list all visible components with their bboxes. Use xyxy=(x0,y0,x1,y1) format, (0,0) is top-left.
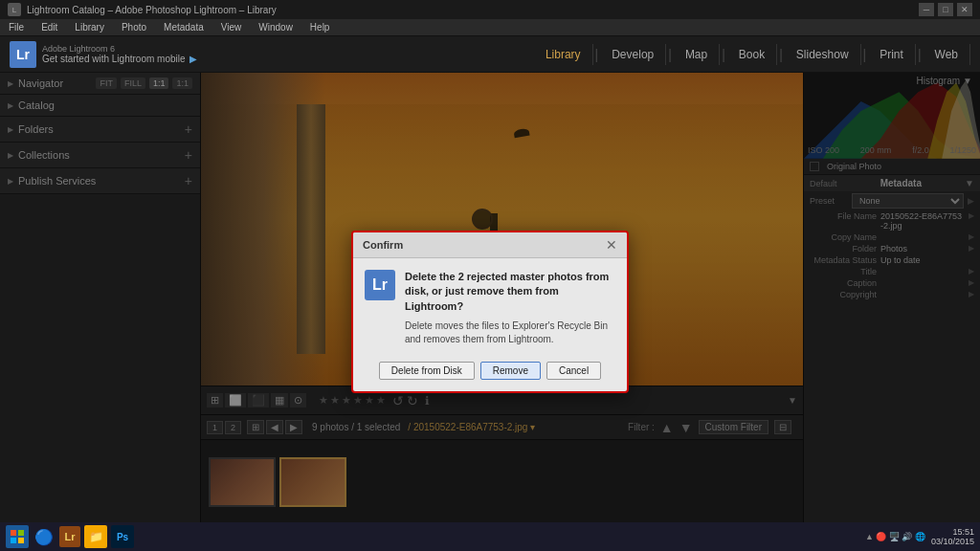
lr-logo: Lr Adobe Lightroom 6 Get started with Li… xyxy=(10,41,197,68)
tab-map[interactable]: Map xyxy=(674,44,720,65)
nav-tabs: Library | Develop | Map | Book | Slidesh… xyxy=(534,44,970,65)
tab-print[interactable]: Print xyxy=(868,44,916,65)
restore-button[interactable]: □ xyxy=(938,3,953,16)
tab-library[interactable]: Library xyxy=(534,44,593,65)
taskbar-apps: 🔵 Lr 📁 Ps xyxy=(6,525,134,548)
photoshop-icon[interactable]: Ps xyxy=(111,525,134,548)
tagline[interactable]: Get started with Lightroom mobile ▶ xyxy=(42,54,197,64)
start-button[interactable] xyxy=(6,525,29,548)
menu-edit[interactable]: Edit xyxy=(38,22,60,33)
dialog-lr-icon: Lr xyxy=(365,270,395,300)
app-header: Lr Adobe Lightroom 6 Get started with Li… xyxy=(0,36,980,73)
time: 15:51 xyxy=(952,527,974,537)
menu-file[interactable]: File xyxy=(6,22,27,33)
cancel-button[interactable]: Cancel xyxy=(546,362,601,380)
tab-book[interactable]: Book xyxy=(727,44,777,65)
dialog-sub-text: Delete moves the files to Explorer's Rec… xyxy=(405,320,615,346)
window-title: Lightroom Catalog – Adobe Photoshop Ligh… xyxy=(27,5,277,15)
svg-rect-5 xyxy=(11,530,16,536)
minimize-button[interactable]: ─ xyxy=(919,3,934,16)
taskbar-system: ▲ 🔴 🖥️ 🔊 🌐 15:51 03/10/2015 xyxy=(865,527,974,546)
dialog-title: Confirm xyxy=(363,239,403,251)
menu-window[interactable]: Window xyxy=(256,22,296,33)
taskbar: 🔵 Lr 📁 Ps ▲ 🔴 🖥️ 🔊 🌐 15:51 03/10/2015 xyxy=(0,522,980,551)
tab-slideshow[interactable]: Slideshow xyxy=(785,44,861,65)
delete-from-disk-button[interactable]: Delete from Disk xyxy=(379,362,475,380)
menu-metadata[interactable]: Metadata xyxy=(161,22,207,33)
menu-bar: File Edit Library Photo Metadata View Wi… xyxy=(0,19,980,36)
app-icon: L xyxy=(8,3,21,16)
tab-develop[interactable]: Develop xyxy=(600,44,666,65)
tagline-arrow: ▶ xyxy=(189,54,197,64)
chrome-icon[interactable]: 🔵 xyxy=(33,525,56,548)
dialog-title-bar: Confirm ✕ xyxy=(353,232,627,258)
title-bar: L Lightroom Catalog – Adobe Photoshop Li… xyxy=(0,0,980,19)
dialog-main-text: Delete the 2 rejected master photos from… xyxy=(405,270,615,314)
close-button[interactable]: ✕ xyxy=(957,3,972,16)
windows-icon xyxy=(11,530,24,543)
explorer-icon[interactable]: 📁 xyxy=(84,525,107,548)
clock: 15:51 03/10/2015 xyxy=(931,527,974,546)
system-tray: ▲ 🔴 🖥️ 🔊 🌐 xyxy=(865,532,925,541)
app-branding: Adobe Lightroom 6 Get started with Light… xyxy=(42,44,197,64)
window-controls[interactable]: ─ □ ✕ xyxy=(919,3,972,16)
tab-web[interactable]: Web xyxy=(924,44,970,65)
lightroom-taskbar-icon[interactable]: Lr xyxy=(59,526,80,547)
menu-help[interactable]: Help xyxy=(307,22,333,33)
menu-library[interactable]: Library xyxy=(72,22,107,33)
svg-rect-8 xyxy=(18,538,24,543)
dialog-close-button[interactable]: ✕ xyxy=(606,238,617,252)
confirm-dialog: Confirm ✕ Lr Delete the 2 rejected maste… xyxy=(351,231,629,393)
lr-logo-icon: Lr xyxy=(10,41,36,68)
dialog-body: Lr Delete the 2 rejected master photos f… xyxy=(353,258,627,354)
menu-view[interactable]: View xyxy=(218,22,245,33)
svg-rect-6 xyxy=(18,530,24,536)
app-name: Adobe Lightroom 6 xyxy=(42,44,197,54)
date: 03/10/2015 xyxy=(931,537,974,546)
menu-photo[interactable]: Photo xyxy=(119,22,149,33)
dialog-text: Delete the 2 rejected master photos from… xyxy=(405,270,615,346)
svg-rect-7 xyxy=(11,538,16,543)
remove-button[interactable]: Remove xyxy=(480,362,541,380)
dialog-buttons: Delete from Disk Remove Cancel xyxy=(353,354,627,391)
content-area: ▶ Navigator FIT FILL 1:1 1:1 ▶ Catalog xyxy=(0,73,980,551)
dialog-overlay: Confirm ✕ Lr Delete the 2 rejected maste… xyxy=(0,73,980,551)
